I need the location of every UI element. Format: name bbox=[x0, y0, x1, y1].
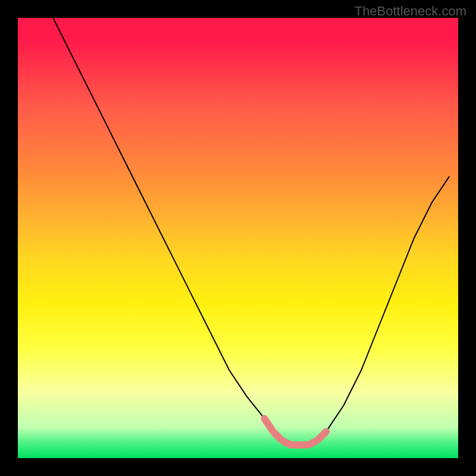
highlight-marker-dot bbox=[261, 415, 268, 422]
highlight-markers bbox=[261, 415, 330, 444]
chart-svg bbox=[18, 18, 458, 458]
highlight-marker-seg bbox=[274, 433, 281, 439]
highlight-marker-seg bbox=[309, 441, 316, 444]
curve-line bbox=[53, 18, 449, 445]
highlight-marker-seg bbox=[265, 420, 272, 430]
watermark-text: TheBottleneck.com bbox=[355, 4, 466, 19]
chart-area bbox=[18, 18, 458, 458]
highlight-marker-dot bbox=[322, 428, 330, 436]
